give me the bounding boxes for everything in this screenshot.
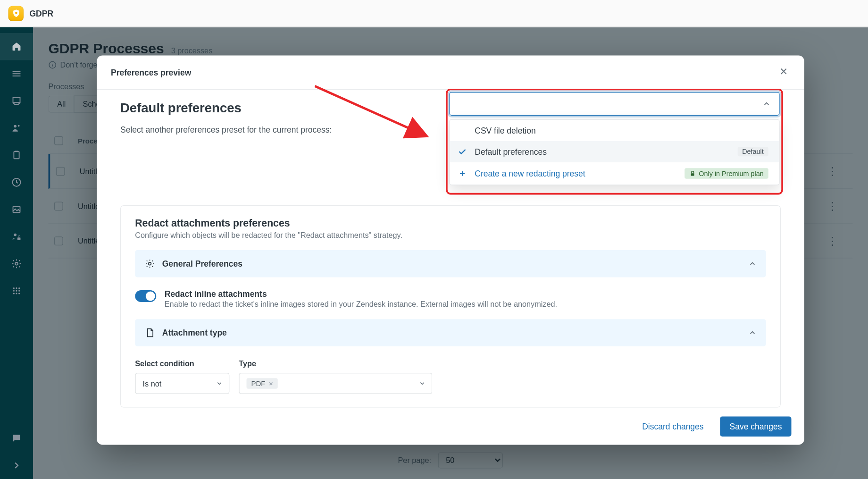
svg-point-10 [16,287,17,289]
svg-point-13 [16,290,17,292]
condition-select[interactable]: Is not [135,373,229,394]
redact-inline-toggle-row: Redact inline attachments Enable to reda… [135,289,766,309]
svg-point-6 [14,234,17,236]
svg-point-17 [18,293,20,294]
sidebar-expand-icon[interactable] [0,452,33,479]
card-title: Redact attachments preferences [135,218,766,229]
create-label: Create a new redacting preset [475,169,585,178]
sidebar-clipboard-icon[interactable] [0,142,33,169]
annotation-arrow [309,90,457,151]
sidebar-comment-icon[interactable] [0,425,33,452]
toggle-switch[interactable] [135,290,156,302]
app-title: GDPR [30,8,54,18]
svg-point-16 [16,293,17,294]
remove-pill-icon[interactable]: × [269,379,273,388]
card-subtitle: Configure which objects will be redacted… [135,231,766,240]
svg-rect-19 [691,173,694,176]
section-title: General Preferences [162,259,242,269]
svg-point-11 [18,287,20,289]
chevron-down-icon [419,380,426,387]
chevron-up-icon [748,260,757,268]
sidebar-image-icon[interactable] [0,196,33,223]
sidebar-menu-icon[interactable] [0,60,33,88]
discard-button[interactable]: Discard changes [633,417,713,437]
option-label: Default preferences [475,147,547,156]
gear-icon [144,259,155,269]
type-select[interactable]: PDF × [239,373,432,394]
section-title: Attachment type [162,328,227,337]
condition-value: Is not [143,379,162,388]
svg-point-8 [15,262,18,265]
close-icon[interactable] [777,64,791,81]
condition-row: Select condition Is not Type PDF × [135,359,766,394]
chevron-up-icon [762,100,771,108]
toggle-title: Redact inline attachments [165,289,557,299]
preset-menu: CSV file deletion Default preferences De… [450,119,780,185]
svg-point-2 [18,125,20,127]
plus-icon: ＋ [458,168,467,179]
sidebar [0,27,33,479]
topbar: GDPR [0,0,868,27]
modal-overlay: Preferences preview Default preferences … [33,27,868,479]
default-badge: Default [737,147,768,156]
save-button[interactable]: Save changes [720,417,792,437]
preset-option-csv[interactable]: CSV file deletion [450,120,779,141]
general-preferences-section[interactable]: General Preferences [135,250,766,277]
svg-rect-5 [13,206,20,212]
preset-select-input[interactable] [450,92,780,116]
attachment-type-section[interactable]: Attachment type [135,319,766,346]
condition-label: Select condition [135,359,229,368]
chevron-down-icon [216,380,223,387]
app-logo-icon [8,6,24,21]
sidebar-home-icon[interactable] [0,33,33,60]
premium-badge: Only in Premium plan [684,168,768,179]
redact-attachments-card: Redact attachments preferences Configure… [120,205,781,408]
svg-point-21 [149,262,151,265]
sidebar-clock-icon[interactable] [0,169,33,196]
modal-header: Preferences preview [97,56,804,90]
type-label: Type [239,359,432,368]
svg-rect-7 [17,237,21,240]
chevron-up-icon [748,328,757,337]
svg-point-1 [14,125,17,128]
svg-point-0 [15,12,17,14]
file-icon [144,328,155,338]
sidebar-user-lock-icon[interactable] [0,223,33,251]
preset-option-default[interactable]: Default preferences Default [450,141,779,162]
sidebar-users-icon[interactable] [0,115,33,142]
type-pill: PDF × [247,378,278,389]
svg-point-15 [13,293,15,294]
modal-footer: Discard changes Save changes [97,408,804,445]
svg-point-9 [13,287,15,289]
sidebar-gear-icon[interactable] [0,250,33,277]
sidebar-inbox-icon[interactable] [0,87,33,115]
svg-rect-3 [14,151,19,159]
create-preset-link[interactable]: ＋ Create a new redacting preset Only in … [450,162,779,185]
preset-dropdown: CSV file deletion Default preferences De… [450,92,780,185]
svg-point-12 [13,290,15,292]
sidebar-apps-icon[interactable] [0,277,33,305]
toggle-description: Enable to redact the ticket's inline ima… [165,300,557,309]
modal-header-title: Preferences preview [111,67,191,77]
svg-point-14 [18,290,20,292]
preferences-modal: Preferences preview Default preferences … [97,56,804,445]
modal-body: Default preferences Select another prefe… [97,90,804,408]
option-label: CSV file deletion [475,126,535,135]
